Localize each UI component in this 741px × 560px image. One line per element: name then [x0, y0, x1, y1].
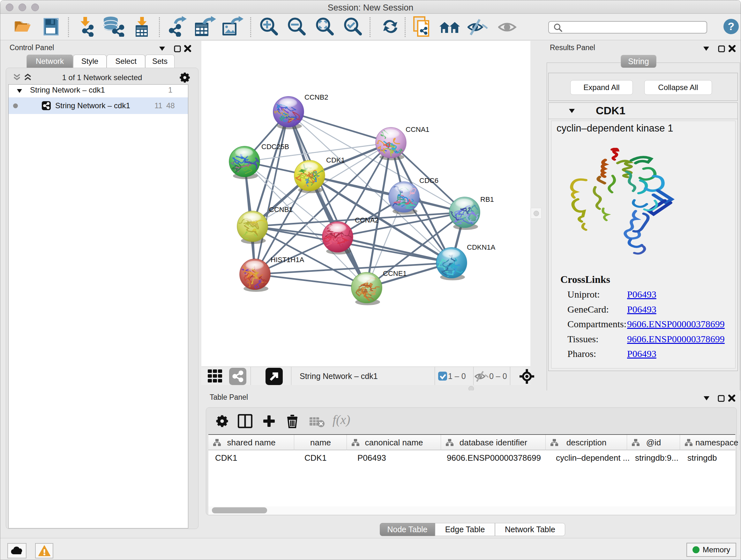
svg-text:?: ?: [728, 20, 735, 32]
svg-text:CCNA2: CCNA2: [355, 216, 379, 224]
svg-text:CCNB1: CCNB1: [269, 206, 293, 213]
svg-text:CCNB2: CCNB2: [305, 93, 328, 101]
svg-text:CCNE1: CCNE1: [383, 269, 407, 277]
svg-text:HIST1H1A: HIST1H1A: [271, 256, 304, 264]
svg-text:CDC6: CDC6: [419, 177, 439, 185]
svg-text:CCNA1: CCNA1: [406, 125, 429, 133]
svg-text:CDC25B: CDC25B: [261, 143, 289, 151]
svg-text:CDKN1A: CDKN1A: [467, 243, 495, 251]
svg-text:CDK1: CDK1: [326, 156, 345, 164]
svg-text:RB1: RB1: [480, 195, 494, 203]
